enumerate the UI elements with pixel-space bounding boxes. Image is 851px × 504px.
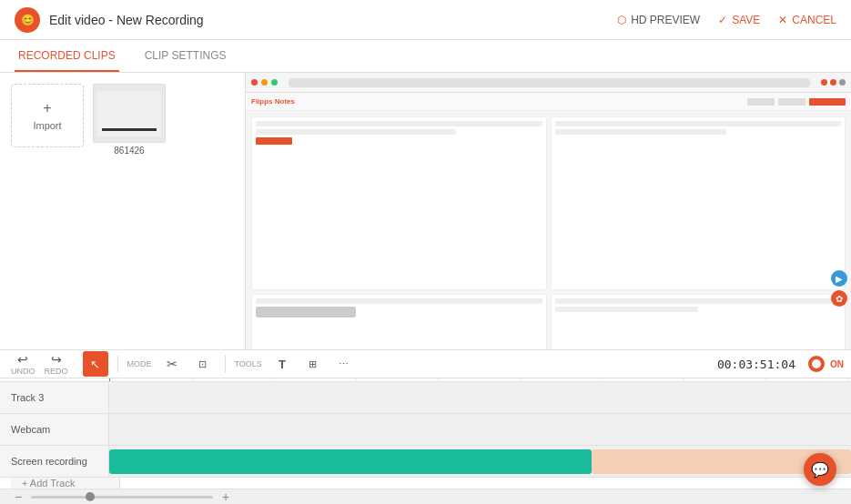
zoom-slider-track[interactable] [31,496,213,499]
preview-app-bar: Flipps Notes [246,93,851,111]
ruler-time-5: 0:55:000 [437,378,519,379]
preview-app-name: Flipps Notes [251,97,295,106]
preview-nav-tab-2 [778,98,805,106]
overlay-btn-blue[interactable]: ▶ [831,270,847,287]
preview-card-row-1 [256,121,542,126]
webcam-track-content [109,414,851,445]
clip-thumbnail[interactable]: 861426 [93,84,166,156]
preview-card-row-4 [555,129,727,135]
record-inner-dot [812,359,821,368]
preview-card-1 [251,116,547,290]
app-logo: 😊 [15,7,40,33]
browser-action-dot-3 [839,79,846,86]
header-title: Edit video - New Recording [49,13,204,27]
tracks-container: Track 3 Webcam Screen recording [0,382,851,478]
import-button[interactable]: + Import [11,84,84,147]
zoom-bar: − + [0,489,851,504]
time-display: 00:03:51:04 [717,358,795,371]
add-track-label: + Add Track [22,478,75,489]
preview-card-row-2 [256,129,456,135]
header: 😊 Edit video - New Recording ⬡ HD PREVIE… [0,0,851,40]
undo-redo-group: ↩ UNDO ↪ REDO [7,350,72,378]
zoom-out-button[interactable]: − [11,489,25,504]
hd-preview-label: HD PREVIEW [631,14,700,26]
ruler-time-7: 1:17:000 [601,378,683,379]
clip-bar [102,128,157,131]
text-tool-button[interactable]: T [269,351,295,377]
bottom-section: ↩ UNDO ↪ REDO ↖ MODE ✂ ⊡ TOOLS T ⊞ ⋯ 00:… [0,349,851,504]
clip-image [93,84,166,143]
track-3-label: Track 3 [0,382,109,413]
overlay-btn-orange[interactable]: ✿ [831,290,847,307]
cut-tool-button[interactable]: ✂ [159,351,185,377]
mode-label: MODE [127,359,152,368]
chat-button[interactable]: 💬 [804,453,836,486]
more-tools-button[interactable]: ⋯ [331,351,357,377]
clip-label: 861426 [114,146,144,156]
hd-icon: ⬡ [617,14,626,26]
browser-action-dot-2 [830,79,836,86]
select-tool-button[interactable]: ↖ [83,351,108,377]
screen-recording-track-label: Screen recording [0,446,109,477]
hd-preview-button[interactable]: ⬡ HD PREVIEW [617,14,700,26]
redo-label: REDO [45,367,68,376]
tab-clip-settings[interactable]: CLIP SETTINGS [141,40,230,72]
track-3-content [109,382,851,413]
import-label: Import [33,120,61,131]
tools-label: TOOLS [235,359,262,368]
browser-close-dot [251,79,258,86]
toolbar-separator-2 [225,355,226,373]
record-on-badge: ON [830,359,844,369]
tabs-bar: RECORDED CLIPS CLIP SETTINGS [0,40,851,73]
undo-label: UNDO [11,367,35,376]
logo-icon: 😊 [21,14,35,26]
record-indicator: ON [808,356,844,372]
save-label: SAVE [732,14,760,26]
preview-card-btn-1 [256,137,292,145]
undo-icon: ↩ [17,352,28,367]
add-track-button[interactable]: + Add Track [11,478,120,489]
track-3-row: Track 3 [0,382,851,414]
preview-card-2 [551,116,846,290]
browser-minimize-dot [261,79,268,86]
redo-button[interactable]: ↪ REDO [41,350,72,378]
cancel-label: CANCEL [792,14,836,26]
preview-card-row-3 [555,121,842,126]
preview-nav-tab-active [809,98,846,106]
import-plus-icon: + [43,100,51,116]
ruler-time-9: 1:39:000 [765,378,846,379]
redo-icon: ↪ [51,352,62,367]
browser-action-dot-1 [821,79,827,86]
cancel-button[interactable]: ✕ CANCEL [778,14,836,26]
ruler-time-2: 0:22:000 [191,378,273,379]
webcam-track-label: Webcam [0,414,109,445]
transform-tool-button[interactable]: ⊡ [190,351,216,377]
clip-inner [97,91,161,136]
header-right: ⬡ HD PREVIEW ✓ SAVE ✕ CANCEL [617,14,836,26]
add-track-row: + Add Track [0,478,851,489]
preview-overlay-buttons: ▶ ✿ [831,270,847,307]
zoom-slider-thumb[interactable] [86,492,95,501]
ruler-time-6: 1:06:000 [519,378,601,379]
zoom-in-button[interactable]: + [218,489,233,504]
webcam-track-row: Webcam [0,414,851,446]
record-icon [808,356,825,372]
ruler-marks: 0:11:000 0:22:000 0:33:000 0:44:000 0:55… [109,378,851,379]
preview-browser-bar [246,73,851,93]
sticker-tool-button[interactable]: ⊞ [300,351,326,377]
ruler-time-3: 0:33:000 [273,378,355,379]
preview-card-row-5 [256,298,542,304]
ruler-time-4: 0:44:000 [355,378,437,379]
chat-icon: 💬 [811,461,829,479]
ruler-time-8: 1:28:000 [683,378,765,379]
tab-recorded-clips[interactable]: RECORDED CLIPS [15,40,119,72]
preview-card-row-7 [555,307,698,312]
undo-button[interactable]: ↩ UNDO [7,350,39,378]
browser-maximize-dot [271,79,278,86]
clips-grid: + Import 861426 [11,84,234,156]
save-icon: ✓ [718,14,727,26]
ruler-time-1: 0:11:000 [109,378,191,379]
cancel-icon: ✕ [778,14,787,26]
screen-recording-clip-teal[interactable] [109,449,592,474]
save-button[interactable]: ✓ SAVE [718,14,760,26]
